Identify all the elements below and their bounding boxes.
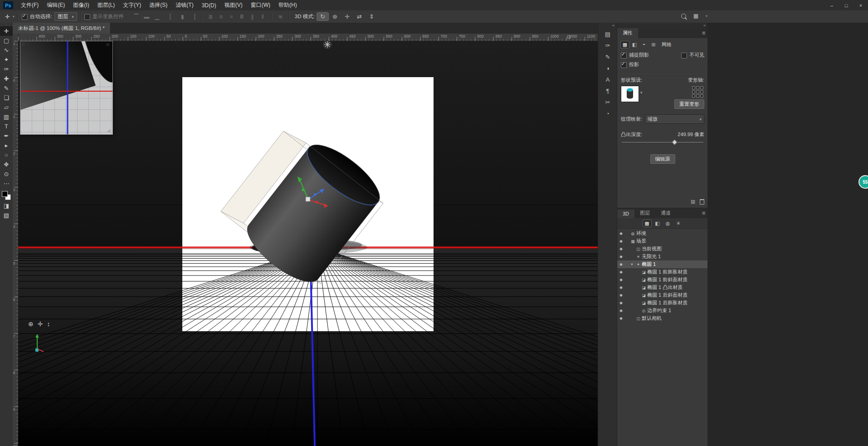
toolbar-grip[interactable]: ∷: [0, 23, 13, 26]
quick-mask-button[interactable]: ◨: [0, 201, 13, 211]
menu-item[interactable]: 图像(I): [69, 0, 93, 10]
3d-item-scene[interactable]: ◉▦场景: [617, 237, 708, 245]
paragraph-panel-icon[interactable]: ¶: [598, 85, 617, 97]
3d-item-material[interactable]: ◉◪椭圆 1 后膨胀材质: [617, 299, 708, 307]
ellipse-shape-tool[interactable]: ○: [0, 150, 13, 160]
chevron-down-icon[interactable]: ▾: [706, 14, 707, 18]
visibility-eye-icon[interactable]: ◉: [617, 316, 625, 320]
distribute-icon[interactable]: =: [227, 13, 236, 20]
workspace-icon[interactable]: ▦: [691, 12, 701, 20]
visibility-eye-icon[interactable]: ◉: [617, 239, 625, 243]
extrude-depth-slider[interactable]: [622, 140, 703, 145]
cast-shadow-checkbox[interactable]: [621, 62, 627, 68]
align-icon[interactable]: ▏: [167, 13, 177, 20]
distribute-icon[interactable]: Ⅲ: [237, 13, 247, 20]
panel-menu-icon[interactable]: ≣: [702, 211, 706, 216]
character-panel-icon[interactable]: A: [598, 74, 617, 85]
pen-presets-panel-icon[interactable]: ✑: [598, 40, 617, 51]
3d-item-current-view[interactable]: ◉◫当前视图: [617, 245, 708, 253]
deform-axis-dot[interactable]: [700, 90, 703, 93]
3d-item-infinite-light[interactable]: ◉✳无限光 1: [617, 253, 708, 260]
screen-mode-button[interactable]: ▧: [0, 211, 13, 220]
expand-panels-icon[interactable]: «: [598, 23, 617, 29]
eraser-tool[interactable]: ▱: [0, 103, 13, 112]
type-tool[interactable]: T: [0, 122, 13, 131]
styles-panel-icon[interactable]: ▤: [598, 29, 617, 40]
distribute-icon[interactable]: ≣: [206, 13, 215, 20]
menu-item[interactable]: 滤镜(T): [171, 0, 197, 10]
deform-axis-dot[interactable]: [696, 90, 699, 93]
deform-axis-dot[interactable]: [692, 86, 695, 89]
reset-deform-button[interactable]: 重置变形: [674, 99, 704, 109]
deform-axis-dot[interactable]: [700, 94, 703, 98]
3d-item-material[interactable]: ◉◪椭圆 1 凸出材质: [617, 284, 708, 291]
preview-panel-icon[interactable]: ▤: [106, 42, 110, 46]
preview-close-icon[interactable]: ×: [27, 42, 29, 46]
clone-stamp-tool[interactable]: ❏: [0, 93, 13, 103]
maximize-button[interactable]: □: [839, 0, 853, 10]
align-icon[interactable]: ▮: [178, 13, 187, 20]
expander-icon[interactable]: ▼: [630, 263, 635, 266]
3d-mode-roll-icon[interactable]: ⊚: [329, 13, 341, 20]
visibility-eye-icon[interactable]: ◉: [617, 301, 625, 305]
3d-item-material[interactable]: ◉◪椭圆 1 后斜面材质: [617, 291, 708, 299]
visibility-eye-icon[interactable]: ◉: [617, 270, 625, 274]
extrude-depth-value[interactable]: 249.99 像素: [678, 131, 704, 138]
visibility-eye-icon[interactable]: ◉: [617, 309, 625, 313]
3d-mode-pan-icon[interactable]: ✛: [341, 13, 353, 20]
visibility-eye-icon[interactable]: ◉: [617, 285, 625, 289]
quick-selection-tool[interactable]: ✦: [0, 55, 13, 64]
align-icon[interactable]: ▬: [142, 13, 151, 20]
menu-item[interactable]: 3D(D): [198, 0, 220, 10]
panel-menu-icon[interactable]: ≣: [702, 30, 706, 35]
deform-axis-dot[interactable]: [696, 94, 699, 98]
coordinates-icon[interactable]: ⊞: [691, 199, 695, 205]
menu-item[interactable]: 文件(F): [17, 0, 43, 10]
spot-healing-tool[interactable]: ✚: [0, 74, 13, 83]
rotate-view-icon[interactable]: ⊡: [567, 34, 571, 39]
3d-item-constraint[interactable]: ◉◎边界约束 1: [617, 307, 708, 314]
tool-presets-panel-icon[interactable]: ✂: [598, 97, 617, 108]
visibility-eye-icon[interactable]: ◉: [617, 247, 625, 251]
delete-icon[interactable]: [700, 199, 704, 205]
3d-mode-slide-icon[interactable]: ⇄: [354, 13, 365, 20]
tab-3D[interactable]: 3D: [617, 210, 634, 218]
edit-toolbar-tool[interactable]: ⋯: [0, 179, 13, 188]
close-button[interactable]: ×: [853, 0, 868, 10]
3d-item-material[interactable]: ◉◪椭圆 1 前膨胀材质: [617, 268, 708, 276]
3d-item-environment[interactable]: ◉◍环境: [617, 230, 708, 237]
distribute-icon[interactable]: ≡: [216, 13, 226, 20]
tab-properties[interactable]: 属性: [617, 28, 638, 38]
mesh-prop-mode-icon[interactable]: ◓: [640, 41, 648, 48]
3d-item-material[interactable]: ◉◪椭圆 1 前斜面材质: [617, 276, 708, 284]
search-icon[interactable]: [681, 14, 686, 19]
menu-item[interactable]: 视图(V): [220, 0, 247, 10]
edit-source-button[interactable]: 编辑源: [650, 154, 675, 164]
menu-item[interactable]: 图层(L): [93, 0, 119, 10]
3d-filter-icon[interactable]: ◧: [653, 220, 662, 227]
distribute-icon[interactable]: ∥: [248, 13, 257, 20]
ruler-horizontal[interactable]: 4003503002502001501005005010015020025030…: [13, 34, 598, 41]
visibility-eye-icon[interactable]: ◉: [617, 293, 625, 297]
path-selection-tool[interactable]: ▸: [0, 141, 13, 150]
shape-preset-thumbnail[interactable]: [621, 86, 639, 102]
chevron-down-icon[interactable]: ▾: [640, 90, 643, 95]
deform-axis-dot[interactable]: [692, 90, 695, 93]
hand-tool[interactable]: ✥: [0, 160, 13, 169]
tab-通道[interactable]: 通道: [655, 208, 676, 218]
catch-shadow-checkbox[interactable]: [621, 53, 627, 59]
3d-filter-icon[interactable]: ◍: [664, 220, 672, 227]
menu-item[interactable]: 选择(S): [145, 0, 171, 10]
mesh-prop-mode-icon[interactable]: ▦: [621, 41, 629, 48]
menu-item[interactable]: 窗口(W): [247, 0, 274, 10]
invisible-checkbox[interactable]: [681, 53, 687, 59]
collapse-dock-icon[interactable]: »: [617, 23, 708, 28]
3d-filter-icon[interactable]: ▦: [643, 220, 651, 227]
visibility-eye-icon[interactable]: ◉: [617, 262, 625, 266]
visibility-eye-icon[interactable]: ◉: [617, 255, 625, 259]
roll-3d-icon[interactable]: ↕: [47, 320, 50, 328]
preview-resize-grip[interactable]: ◿: [107, 128, 110, 132]
document-tab[interactable]: 未标题-1 @ 100% (椭圆 1, RGB/8#) *: [13, 23, 111, 34]
texture-mapping-select[interactable]: 缩放▾: [645, 114, 704, 124]
move-3d-icon[interactable]: ✛: [38, 320, 43, 328]
